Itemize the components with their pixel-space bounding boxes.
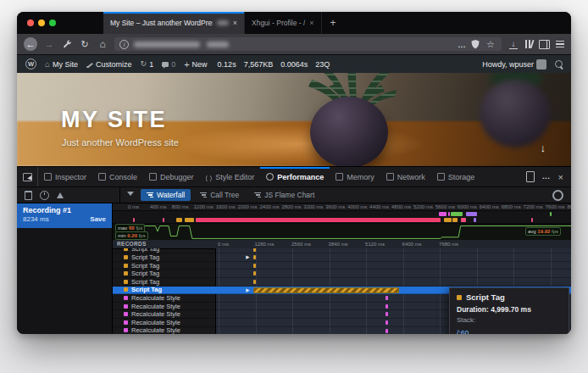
time-tick: 5600 ms bbox=[435, 204, 455, 209]
devtools-tab-memory[interactable]: Memory bbox=[330, 167, 380, 186]
recordings-sidebar: Recording #1 8234 ms Save bbox=[17, 203, 113, 334]
recording-list-item[interactable]: Recording #1 8234 ms Save bbox=[17, 203, 112, 228]
page-tools-icon[interactable] bbox=[61, 38, 73, 50]
expand-arrow-icon[interactable]: ▶ bbox=[246, 287, 249, 292]
wp-customize-menu[interactable]: Customize bbox=[86, 60, 132, 69]
performance-toolbar: WaterfallCall TreeJS Flame Chart bbox=[17, 187, 571, 203]
overview-segment bbox=[196, 218, 441, 222]
close-window-button[interactable] bbox=[27, 19, 34, 26]
devtools-tab-style-editor[interactable]: Style Editor bbox=[200, 167, 261, 186]
devtools-tab-console[interactable]: Console bbox=[92, 167, 143, 186]
record-label: Script Tag bbox=[131, 253, 159, 261]
back-button[interactable] bbox=[24, 37, 37, 51]
devtools-tab-performance[interactable]: Performance bbox=[260, 167, 330, 186]
tab-xhgui[interactable]: Xhgui - Profile - / × bbox=[245, 12, 322, 34]
record-row[interactable]: Script Tag▶ bbox=[113, 253, 571, 262]
performance-panel: Recording #1 8234 ms Save 0 ms400 ms800 … bbox=[17, 203, 571, 334]
responsive-design-icon[interactable] bbox=[526, 171, 535, 182]
pick-element-button[interactable] bbox=[17, 167, 38, 186]
address-bar[interactable] bbox=[114, 37, 502, 51]
save-recording-link[interactable]: Save bbox=[90, 215, 106, 223]
record-label: Recalculate Style bbox=[131, 294, 180, 302]
scroll-down-arrow[interactable]: ↓ bbox=[541, 142, 546, 154]
overview-segment bbox=[466, 212, 478, 216]
record-row[interactable]: Script Tag bbox=[113, 278, 571, 287]
zoom-window-button[interactable] bbox=[49, 19, 56, 26]
devtools-menu-icon[interactable] bbox=[542, 173, 550, 181]
home-button[interactable] bbox=[97, 38, 108, 50]
view-icon bbox=[147, 192, 153, 198]
gear-icon[interactable] bbox=[552, 190, 563, 201]
memory-icon bbox=[336, 173, 343, 181]
devtools-tab-debugger[interactable]: Debugger bbox=[143, 167, 200, 186]
record-name-cell: Script Tag bbox=[113, 278, 215, 286]
new-tab-button[interactable]: + bbox=[322, 12, 345, 34]
record-label: Script Tag bbox=[131, 248, 159, 253]
expand-arrow-icon[interactable]: ▶ bbox=[246, 254, 249, 259]
debugger-icon bbox=[149, 173, 157, 181]
bookmark-star-icon[interactable] bbox=[485, 38, 496, 50]
import-recording-icon[interactable] bbox=[57, 189, 64, 198]
site-title[interactable]: MY SITE bbox=[61, 107, 167, 133]
overview-segment bbox=[448, 212, 451, 216]
redacted-text bbox=[217, 20, 229, 25]
time-tick: 0 ms bbox=[218, 242, 229, 247]
clear-recordings-icon[interactable] bbox=[25, 191, 32, 200]
page-actions-icon[interactable] bbox=[458, 36, 466, 52]
time-tick: 2400 ms bbox=[260, 204, 280, 209]
wordpress-logo-icon[interactable] bbox=[25, 58, 36, 70]
wp-howdy-menu[interactable]: Howdy, wpuser bbox=[482, 59, 546, 70]
records-waterfall: RECORDS 0 ms1280 ms2560 ms3840 ms5120 ms… bbox=[113, 240, 571, 334]
menu-icon[interactable] bbox=[556, 41, 564, 48]
overview-track[interactable] bbox=[113, 211, 571, 224]
forward-button[interactable] bbox=[43, 38, 55, 50]
tab-title: Xhgui - Profile - / bbox=[252, 19, 305, 27]
redacted-url bbox=[134, 42, 200, 47]
view-waterfall[interactable]: Waterfall bbox=[141, 189, 191, 201]
devtools-tab-network[interactable]: Network bbox=[380, 167, 431, 186]
time-tick: 5120 ms bbox=[365, 242, 385, 247]
library-icon[interactable] bbox=[525, 40, 533, 48]
record-label: Script Tag bbox=[131, 286, 162, 293]
wp-comments-menu[interactable]: 0 bbox=[162, 60, 175, 69]
minimize-window-button[interactable] bbox=[38, 19, 45, 26]
framerate-track[interactable]: max 60 fps min 0.20 fps avg 19.92 fps bbox=[113, 224, 571, 242]
wp-my-site-menu[interactable]: My Site bbox=[45, 60, 78, 69]
view-js-flame-chart[interactable]: JS Flame Chart bbox=[248, 189, 320, 201]
record-row[interactable]: Script Tag bbox=[113, 262, 571, 270]
devtools-tab-label: Memory bbox=[347, 173, 374, 181]
hero-light-glow bbox=[172, 125, 427, 164]
record-name-cell: Recalculate Style bbox=[113, 326, 215, 334]
detail-duration: Duration: 4,999.70 ms bbox=[457, 305, 562, 314]
style-swatch bbox=[124, 320, 128, 325]
time-tick: 2800 ms bbox=[281, 204, 301, 209]
time-tick: 5200 ms bbox=[413, 204, 433, 209]
tab-my-site[interactable]: My Site – Just another WordPress s × bbox=[103, 12, 245, 34]
time-tick: 4800 ms bbox=[391, 204, 411, 209]
script-swatch bbox=[124, 280, 128, 284]
devtools-tab-inspector[interactable]: Inspector bbox=[38, 167, 92, 186]
tab-close-icon[interactable]: × bbox=[309, 19, 313, 27]
customize-brush-icon bbox=[86, 61, 93, 68]
record-row[interactable]: Script Tag bbox=[113, 270, 571, 278]
site-info-icon[interactable] bbox=[119, 40, 129, 49]
view-call-tree[interactable]: Call Tree bbox=[194, 189, 245, 201]
overview-segment bbox=[185, 218, 193, 222]
style-swatch bbox=[124, 296, 128, 300]
wp-new-menu[interactable]: + New bbox=[184, 59, 207, 70]
record-performance-icon[interactable] bbox=[40, 191, 49, 200]
tab-close-icon[interactable]: × bbox=[233, 19, 237, 27]
waterfall-mark bbox=[386, 296, 388, 300]
overview-segment bbox=[163, 218, 164, 222]
overview-time-ruler: 0 ms400 ms800 ms1200 ms1600 ms2000 ms240… bbox=[113, 203, 571, 211]
wp-updates-menu[interactable]: 1 bbox=[141, 60, 154, 69]
downloads-icon[interactable] bbox=[508, 38, 519, 50]
devtools-close-icon[interactable] bbox=[558, 172, 563, 182]
reload-button[interactable] bbox=[79, 38, 91, 50]
tracking-protection-icon[interactable] bbox=[471, 40, 480, 49]
devtools-tab-storage[interactable]: Storage bbox=[431, 167, 481, 186]
filter-icon[interactable] bbox=[127, 192, 134, 199]
search-icon[interactable] bbox=[555, 60, 563, 68]
stack-frame-link[interactable]: /:60 bbox=[457, 329, 469, 334]
sidebar-toggle-icon[interactable] bbox=[539, 40, 550, 49]
